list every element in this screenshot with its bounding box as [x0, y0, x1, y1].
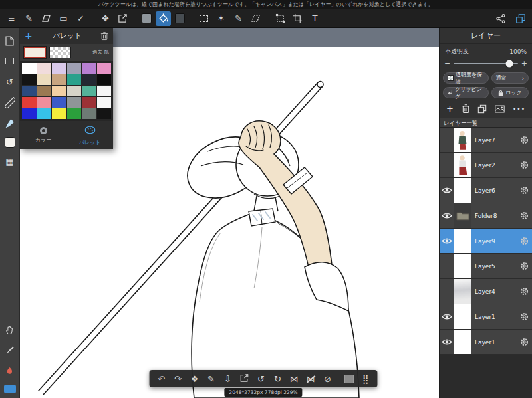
- color-panel-chip[interactable]: [4, 385, 16, 393]
- layer-thumbnail[interactable]: [454, 330, 471, 354]
- pen-icon[interactable]: ✎: [206, 374, 217, 384]
- palette-swatch[interactable]: [82, 108, 96, 119]
- palette-swatch[interactable]: [97, 86, 112, 96]
- palette-swatch[interactable]: [67, 86, 82, 96]
- crop-tool-icon[interactable]: [290, 11, 305, 26]
- opacity-slider[interactable]: [454, 63, 518, 64]
- palette-swatch[interactable]: [22, 86, 37, 96]
- opacity-plus[interactable]: +: [521, 59, 527, 68]
- tab-color[interactable]: カラー: [20, 121, 66, 149]
- pen-tool-icon[interactable]: ✎: [21, 11, 37, 26]
- opacity-minus[interactable]: −: [444, 59, 450, 68]
- layer-row[interactable]: Folder8: [440, 203, 532, 229]
- layer-visibility-toggle[interactable]: [440, 203, 454, 228]
- layer-settings-icon[interactable]: [516, 203, 532, 228]
- palette-swatch[interactable]: [97, 108, 112, 119]
- palette-swatch[interactable]: [82, 86, 96, 96]
- reference-thumbnail[interactable]: [344, 375, 354, 383]
- palette-swatch[interactable]: [22, 74, 37, 85]
- layer-row[interactable]: Layer4: [440, 279, 532, 304]
- flip-vertical-icon[interactable]: ⋈: [306, 374, 317, 384]
- delete-palette-color-icon[interactable]: [98, 31, 108, 41]
- layer-thumbnail[interactable]: [454, 178, 471, 203]
- select-eraser-tool-icon[interactable]: [248, 11, 263, 26]
- clipping-button[interactable]: クリッピング: [443, 87, 489, 98]
- palette-swatch[interactable]: [52, 63, 66, 74]
- bucket-tool-icon[interactable]: [156, 11, 171, 26]
- rotate-reset-icon[interactable]: ↺: [3, 75, 17, 88]
- layer-thumbnail[interactable]: [454, 153, 471, 177]
- layer-row[interactable]: Layer7: [440, 128, 532, 153]
- flip-horizontal-icon[interactable]: ⋈: [289, 374, 300, 384]
- export-selection-icon[interactable]: [115, 11, 130, 26]
- layer-visibility-toggle[interactable]: [440, 229, 454, 253]
- duplicate-layer-icon[interactable]: [477, 104, 487, 114]
- eyedropper-icon[interactable]: [3, 344, 17, 357]
- palette-swatch[interactable]: [37, 86, 52, 96]
- color-swatch-panel-icon[interactable]: [5, 137, 15, 148]
- layer-visibility-toggle[interactable]: [440, 153, 454, 177]
- palette-swatch[interactable]: [97, 97, 112, 108]
- layer-settings-icon[interactable]: [516, 229, 532, 253]
- layer-settings-icon[interactable]: [516, 304, 532, 329]
- layer-settings-icon[interactable]: [516, 254, 532, 278]
- palette-swatch[interactable]: [52, 108, 66, 119]
- redo-icon[interactable]: ↷: [173, 374, 184, 384]
- drag-handle-icon[interactable]: ⣿: [360, 374, 371, 384]
- palette-swatch[interactable]: [67, 108, 82, 119]
- layer-thumbnail[interactable]: [454, 304, 471, 329]
- layer-row[interactable]: Layer1: [440, 304, 532, 330]
- layer-thumbnail[interactable]: [454, 254, 471, 278]
- layer-row[interactable]: Layer6: [440, 178, 532, 203]
- ruler-icon[interactable]: [3, 96, 17, 109]
- text-tool-icon[interactable]: T: [307, 11, 323, 26]
- lock-button[interactable]: ロック: [491, 87, 529, 98]
- layer-visibility-toggle[interactable]: [440, 254, 454, 278]
- delete-layer-icon[interactable]: [462, 104, 470, 114]
- add-palette-color-icon[interactable]: +: [25, 31, 37, 41]
- palette-swatch[interactable]: [22, 63, 37, 74]
- more-options-icon[interactable]: •••: [513, 106, 525, 112]
- layer-thumbnail[interactable]: [454, 128, 471, 152]
- layer-visibility-toggle[interactable]: [440, 330, 454, 354]
- rotate-cw-icon[interactable]: ↻: [273, 374, 283, 384]
- palette-swatch[interactable]: [67, 74, 82, 85]
- palette-swatch[interactable]: [82, 74, 96, 85]
- menu-icon[interactable]: ≡: [4, 11, 19, 26]
- layer-settings-icon[interactable]: [516, 279, 532, 304]
- foreground-color-chip[interactable]: [142, 13, 152, 23]
- export-icon[interactable]: [239, 373, 250, 385]
- opacity-slider-knob[interactable]: [506, 60, 513, 67]
- layer-thumbnail[interactable]: [454, 203, 471, 228]
- save-icon[interactable]: ⇩: [223, 374, 233, 384]
- layer-settings-icon[interactable]: [516, 178, 532, 203]
- background-color-chip[interactable]: [175, 13, 185, 23]
- layer-row[interactable]: Layer9: [440, 229, 532, 254]
- import-image-icon[interactable]: [495, 105, 505, 113]
- palette-swatch[interactable]: [52, 74, 66, 85]
- tab-palette[interactable]: パレット: [66, 121, 113, 149]
- layer-visibility-toggle[interactable]: [440, 128, 454, 152]
- select-pen-tool-icon[interactable]: ✎: [231, 11, 246, 26]
- layer-settings-icon[interactable]: [516, 330, 532, 354]
- move-tool-icon[interactable]: ✥: [98, 11, 113, 26]
- transform-tool-icon[interactable]: [273, 11, 288, 26]
- palette-swatch[interactable]: [82, 97, 96, 108]
- layer-thumbnail[interactable]: [454, 279, 471, 304]
- add-layer-icon[interactable]: +: [446, 104, 454, 114]
- hand-tool-icon[interactable]: [3, 323, 17, 336]
- material-panel-icon[interactable]: ▦: [3, 155, 17, 168]
- layer-settings-icon[interactable]: [516, 153, 532, 177]
- polyline-tool-icon[interactable]: ✓: [73, 11, 88, 26]
- brush-panel-icon[interactable]: [3, 116, 17, 130]
- blend-mode-button[interactable]: 通常 ›: [491, 72, 529, 84]
- palette-swatch[interactable]: [52, 97, 66, 108]
- palette-swatch[interactable]: [37, 97, 52, 108]
- share-network-icon[interactable]: [493, 11, 508, 26]
- palette-swatch[interactable]: [37, 63, 52, 74]
- palette-swatch[interactable]: [52, 86, 66, 96]
- select-tool-icon[interactable]: [196, 11, 211, 26]
- layer-row[interactable]: Layer2: [440, 153, 532, 178]
- palette-swatch[interactable]: [22, 97, 37, 108]
- droplet-icon[interactable]: [3, 364, 17, 377]
